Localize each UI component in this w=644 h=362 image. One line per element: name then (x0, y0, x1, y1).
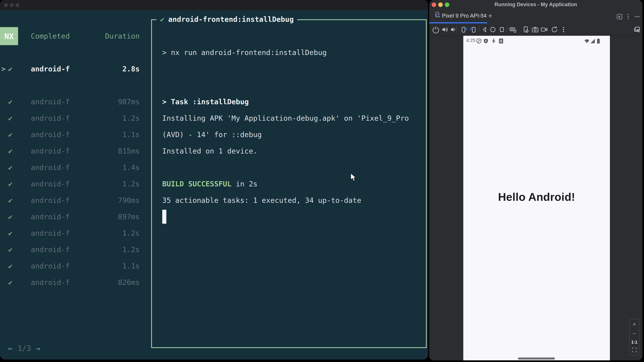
task-duration: 826ms (118, 274, 140, 291)
gradle-task-line: > Task :installDebug (162, 93, 249, 110)
toolbar-separator (530, 26, 530, 33)
next-page-arrow[interactable]: → (36, 344, 40, 352)
overview-button-icon[interactable] (498, 25, 506, 34)
check-icon: ✔ (8, 176, 12, 192)
task-duration: 815ms (118, 143, 140, 159)
task-duration: 897ms (118, 209, 140, 225)
status-bar-time: 4:25 (466, 38, 476, 42)
task-row-selected[interactable]: > ✔ android-f 2.8s (0, 61, 142, 77)
task-name: android-f (31, 192, 70, 209)
install-log-line: Installed on 1 device. (162, 143, 258, 159)
task-duration: 987ms (118, 93, 140, 110)
zoom-in-button[interactable]: + (632, 321, 636, 327)
mouse-pointer-icon (350, 173, 358, 184)
task-duration: 1.2s (122, 110, 140, 126)
screen-record-icon[interactable] (540, 25, 549, 34)
task-row[interactable]: ✔ android-f 1.4s (0, 159, 142, 176)
task-output-title-text: android-frontend:installDebug (168, 15, 294, 23)
task-row[interactable]: ✔ android-f 1.1s (0, 258, 142, 274)
check-icon: ✔ (8, 143, 12, 159)
window-dot-icon[interactable] (16, 3, 19, 7)
task-row[interactable]: ✔ android-f 1.2s (0, 176, 142, 192)
task-row[interactable]: ✔ android-f 815ms (0, 143, 142, 159)
task-name: android-f (31, 209, 70, 225)
task-row[interactable]: ✔ android-f 1.2s (0, 225, 142, 241)
window-dot-icon[interactable] (4, 3, 8, 7)
pagination: ← 1/3 → (8, 340, 40, 356)
task-name: android-f (31, 159, 70, 176)
column-completed: Completed (31, 28, 70, 44)
task-row[interactable]: ✔ android-f 897ms (0, 209, 142, 225)
app-notification-icon: A (498, 38, 504, 45)
screenshot-camera-icon[interactable] (531, 25, 540, 34)
task-row[interactable]: ✔ android-f 1.1s (0, 126, 142, 143)
back-button-icon[interactable] (480, 25, 489, 34)
task-row[interactable]: ✔ android-f 790ms (0, 192, 142, 209)
hide-panel-icon[interactable] (633, 12, 641, 20)
terminal-command-line: > nx run android-frontend:installDebug (162, 44, 327, 61)
wifi-icon (584, 38, 590, 45)
task-list-header: Completed Duration (0, 28, 142, 44)
check-icon: ✔ (8, 126, 12, 143)
task-name: android-f (31, 225, 70, 241)
task-duration: 1.2s (122, 241, 140, 258)
install-log-line: Installing APK 'My Application-debug.apk… (162, 110, 409, 126)
check-icon: ✔ (160, 15, 164, 23)
toolbar-more-icon[interactable] (559, 25, 568, 34)
emulator-screen[interactable]: 4:25 A Hello Android! (463, 36, 610, 360)
zoom-fit-button[interactable] (632, 347, 637, 354)
task-duration: 1.4s (122, 159, 140, 176)
task-name: android-f (31, 258, 70, 274)
terminal-cursor (162, 210, 166, 224)
reset-device-icon[interactable] (550, 25, 559, 34)
task-name: android-f (31, 176, 70, 192)
column-duration: Duration (105, 28, 140, 44)
device-phone-icon (434, 11, 441, 20)
studio-titlebar[interactable]: Running Devices - My Application (429, 0, 642, 9)
volume-up-icon[interactable] (440, 25, 449, 34)
page-indicator: 1/3 (18, 344, 31, 352)
new-tab-button[interactable]: + (488, 10, 492, 22)
task-row[interactable]: ✔ android-f 1.2s (0, 110, 142, 126)
display-zoom-mode-icon[interactable] (632, 25, 642, 34)
cellular-signal-icon (590, 38, 596, 45)
svg-text:A: A (500, 39, 502, 42)
window-title: Running Devices - My Application (429, 2, 642, 7)
rotate-right-icon[interactable] (468, 25, 478, 34)
prev-page-arrow[interactable]: ← (8, 344, 13, 352)
toolbar-separator (456, 26, 457, 33)
power-button-icon[interactable] (431, 25, 440, 34)
zoom-actual-size-button[interactable]: 1:1 (631, 340, 638, 344)
device-settings-icon[interactable] (521, 25, 530, 34)
home-indicator-bar[interactable] (518, 358, 555, 359)
zoom-out-button[interactable]: − (632, 330, 636, 337)
task-name: android-f (31, 93, 70, 110)
task-duration: 1.1s (122, 126, 140, 143)
more-options-icon[interactable] (624, 12, 632, 20)
build-success-label: BUILD SUCCESSFUL (162, 180, 232, 188)
window-dot-icon[interactable] (10, 3, 14, 7)
check-icon: ✔ (8, 274, 12, 291)
app-hello-text: Hello Android! (463, 191, 610, 204)
toolbar-separator (507, 26, 507, 33)
home-button-icon[interactable] (488, 25, 498, 34)
task-row[interactable]: ✔ android-f 987ms (0, 93, 142, 110)
rotate-left-icon[interactable] (460, 25, 468, 34)
battery-icon (596, 38, 601, 45)
screen: NX Completed Duration > ✔ android-f 2.8s… (0, 0, 644, 362)
task-name: android-f (31, 143, 70, 159)
check-icon: ✔ (8, 225, 12, 241)
build-result-line: BUILD SUCCESSFUL in 2s (162, 176, 258, 192)
tasks-summary-line: 35 actionable tasks: 1 executed, 34 up-t… (162, 192, 361, 209)
dock-panel-icon[interactable] (615, 12, 624, 20)
task-duration: 1.1s (122, 258, 140, 274)
task-name: android-f (31, 274, 70, 291)
task-duration: 1.2s (122, 176, 140, 192)
running-devices-window: Running Devices - My Application Pixel 9… (429, 0, 642, 360)
check-icon: ✔ (8, 159, 12, 176)
terminal-titlebar[interactable] (0, 0, 428, 10)
task-row[interactable]: ✔ android-f 826ms (0, 274, 142, 291)
tab-close-icon[interactable]: × (478, 10, 482, 22)
task-row[interactable]: ✔ android-f 1.2s (0, 241, 142, 258)
hardware-input-icon[interactable] (508, 25, 518, 34)
